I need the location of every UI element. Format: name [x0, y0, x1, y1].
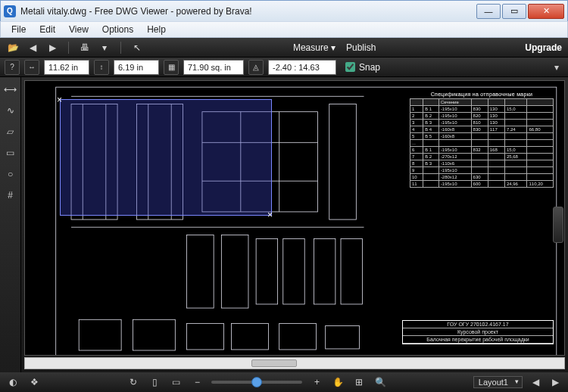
table-row: 11-195x1060024,96110,20 — [410, 181, 554, 188]
scrollbar-thumb[interactable] — [251, 359, 297, 367]
close-button[interactable]: ✕ — [528, 4, 564, 19]
menubar: File Edit View Options Help — [0, 21, 568, 38]
area-field[interactable]: 71.90 sq. in — [183, 60, 244, 75]
snap-toggle[interactable]: Snap — [345, 62, 380, 73]
canvas-container: Спецификация на отправочные марки Сечени… — [21, 77, 568, 372]
titleblock-org: ГОУ ОГУ 270102.4167.17 — [403, 321, 553, 328]
coord-field[interactable]: -2.40 : 14.63 — [268, 60, 336, 75]
table-row: 1Б 1-195x1083013015,0 — [410, 106, 554, 113]
rotate-icon[interactable]: ↻ — [126, 375, 140, 389]
menu-file[interactable]: File — [5, 23, 32, 36]
contrast-icon[interactable]: ◐ — [6, 375, 20, 389]
layout-prev-icon[interactable]: ◀ — [529, 375, 542, 389]
horizontal-scrollbar[interactable] — [24, 357, 565, 369]
count-tool-icon[interactable]: # — [3, 188, 18, 203]
dimension-tool-icon[interactable]: ⟷ — [3, 82, 18, 97]
vertical-resizer[interactable] — [553, 207, 563, 243]
table-row: 5Б 5-160x8 — [410, 133, 554, 140]
measurebar-dropdown-icon[interactable]: ▾ — [550, 62, 563, 73]
upgrade-button[interactable]: Upgrade — [525, 42, 562, 53]
info-icon[interactable]: ? — [5, 60, 20, 75]
svg-rect-18 — [341, 239, 362, 304]
polygon-tool-icon[interactable]: ▱ — [3, 124, 18, 139]
svg-rect-4 — [136, 104, 183, 220]
snap-label: Snap — [359, 62, 380, 73]
zoom-in-icon[interactable]: + — [310, 375, 323, 389]
svg-rect-16 — [283, 239, 304, 304]
zoom-window-icon[interactable]: ⊞ — [352, 375, 366, 389]
svg-rect-19 — [79, 319, 121, 350]
polyline-tool-icon[interactable]: ∿ — [3, 103, 18, 118]
open-icon[interactable]: 📂 — [6, 41, 20, 54]
svg-rect-17 — [314, 239, 335, 304]
fit-width-icon[interactable]: ▭ — [169, 375, 183, 389]
menu-options[interactable]: Options — [96, 23, 139, 36]
left-tool-sidebar: ⟷ ∿ ▱ ▭ ○ # — [0, 77, 21, 372]
height-icon[interactable]: ↕ — [94, 60, 109, 75]
publish-button[interactable]: Publish — [346, 42, 376, 53]
cursor-icon[interactable]: ↖ — [130, 41, 144, 54]
measurement-bar: ? ↔ 11.62 in ↕ 6.19 in ▦ 71.90 sq. in ◬ … — [0, 58, 568, 77]
table-row: 4Б 4-160x88301177,2466,80 — [410, 126, 554, 133]
svg-rect-1 — [71, 104, 117, 220]
table-row: ... — [410, 140, 554, 147]
spec-table-title: Спецификация на отправочные марки — [410, 92, 554, 97]
menu-view[interactable]: View — [63, 23, 95, 36]
print-dropdown-icon[interactable]: ▾ — [98, 41, 111, 54]
svg-rect-15 — [256, 239, 277, 304]
table-row: 3Б 3-195x10810130 — [410, 120, 554, 126]
zoom-out-icon[interactable]: − — [190, 375, 204, 389]
zoom-slider[interactable] — [211, 381, 302, 384]
svg-rect-14 — [221, 235, 248, 308]
window-titlebar: Q Metali vitaly.dwg - Free DWG Viewer - … — [0, 0, 568, 21]
coord-icon[interactable]: ◬ — [248, 60, 264, 75]
layout-select[interactable]: Layout1 — [473, 376, 523, 388]
area-icon[interactable]: ▦ — [164, 60, 179, 75]
svg-rect-20 — [133, 319, 175, 350]
fit-page-icon[interactable]: ▯ — [148, 375, 161, 389]
svg-rect-23 — [279, 323, 317, 350]
titleblock-desc: Балочная перекрытие рабочей площадки — [403, 336, 553, 344]
layers-icon[interactable]: ❖ — [27, 375, 41, 389]
prev-icon[interactable]: ◀ — [26, 41, 39, 54]
titleblock-project: Курсовой проект — [403, 328, 553, 336]
spec-table: Спецификация на отправочные марки Сечени… — [410, 92, 554, 188]
svg-rect-21 — [187, 323, 224, 350]
chevron-down-icon: ▾ — [331, 42, 335, 53]
width-icon[interactable]: ↔ — [24, 60, 39, 75]
measure-button[interactable]: Measure ▾ — [293, 42, 335, 53]
next-icon[interactable]: ▶ — [45, 41, 59, 54]
layout-next-icon[interactable]: ▶ — [548, 375, 562, 389]
rectangle-tool-icon[interactable]: ▭ — [3, 145, 18, 160]
app-icon: Q — [4, 5, 16, 17]
table-row: 10-280x12630 — [410, 174, 554, 181]
magnify-icon[interactable]: 🔍 — [373, 375, 387, 389]
snap-checkbox[interactable] — [345, 62, 355, 72]
main-toolbar: 📂 ◀ ▶ 🖶 ▾ ↖ Measure ▾ Publish Upgrade — [0, 38, 568, 58]
print-icon[interactable]: 🖶 — [78, 41, 92, 54]
maximize-button[interactable]: ▭ — [502, 4, 526, 19]
workspace: ⟷ ∿ ▱ ▭ ○ # — [0, 77, 568, 372]
table-row: 2Б 2-195x10820130 — [410, 113, 554, 120]
table-row: 6Б 1-195x1083216815,0 — [410, 147, 554, 154]
window-title: Metali vitaly.dwg - Free DWG Viewer - po… — [20, 6, 475, 17]
svg-rect-22 — [232, 323, 269, 350]
minimize-button[interactable]: — — [476, 4, 501, 19]
width-field[interactable]: 11.62 in — [44, 60, 89, 75]
pan-icon[interactable]: ✋ — [331, 375, 345, 389]
height-field[interactable]: 6.19 in — [114, 60, 159, 75]
table-row: 8Б 3-110x6 — [410, 160, 554, 167]
svg-rect-7 — [202, 112, 318, 212]
menu-help[interactable]: Help — [141, 23, 172, 36]
svg-rect-13 — [187, 235, 214, 308]
table-row: 7Б 2-270x1225,68 — [410, 154, 554, 160]
table-row: 9-195x10 — [410, 167, 554, 174]
bottom-toolbar: ◐ ❖ ↻ ▯ ▭ − + ✋ ⊞ 🔍 Layout1 ◀ ▶ — [0, 372, 568, 392]
svg-rect-12 — [329, 104, 357, 220]
circle-tool-icon[interactable]: ○ — [3, 166, 18, 182]
svg-rect-24 — [326, 325, 360, 349]
menu-edit[interactable]: Edit — [33, 23, 61, 36]
drawing-canvas[interactable]: Спецификация на отправочные марки Сечени… — [24, 80, 565, 356]
title-block: ГОУ ОГУ 270102.4167.17 Курсовой проект Б… — [402, 320, 554, 344]
